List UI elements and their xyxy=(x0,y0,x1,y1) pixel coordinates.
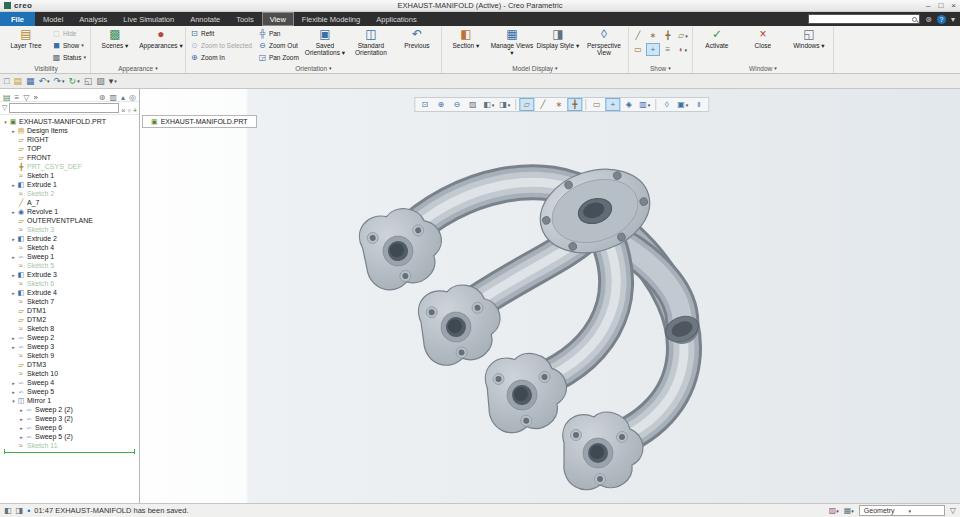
appearance-brush-button[interactable]: ▨▾ xyxy=(829,506,839,515)
zoom-in-button[interactable]: ⊕Zoom In xyxy=(188,51,254,63)
navigator-toggle-button[interactable]: ◧ xyxy=(4,506,12,515)
chevron-down-icon[interactable]: ▾ xyxy=(951,15,955,24)
tree-item-mirror-1[interactable]: ▾◫Mirror 1 xyxy=(0,396,139,405)
tree-search-input[interactable] xyxy=(9,103,119,113)
grid-snap-button[interactable]: ▦▾ xyxy=(844,506,854,515)
axis-display-toggle[interactable]: ╱ xyxy=(631,29,645,42)
view-manager-button[interactable]: ▥▾ xyxy=(637,98,652,111)
shading-with-edges-button[interactable]: ◧▾ xyxy=(481,98,496,111)
layer-tree-button[interactable]: ▤Layer Tree xyxy=(4,27,48,49)
expand-arrow-icon[interactable]: ▸ xyxy=(18,407,25,413)
standard-orientation-button[interactable]: ◫Standard Orientation xyxy=(349,27,393,57)
expand-arrow-icon[interactable]: ▸ xyxy=(18,416,25,422)
tab-tools[interactable]: Tools xyxy=(228,12,262,26)
tree-item-outerventplane[interactable]: ▱OUTERVENTPLANE xyxy=(0,216,139,225)
tab-model[interactable]: Model xyxy=(35,12,71,26)
tree-item-sweep-2[interactable]: ▸∽Sweep 2 xyxy=(0,333,139,342)
save-button[interactable]: ▦ xyxy=(26,76,35,86)
maximize-icon[interactable]: □ xyxy=(938,2,943,10)
tree-item-a-7[interactable]: ╱A_7 xyxy=(0,198,139,207)
expand-arrow-icon[interactable]: ▸ xyxy=(10,335,17,341)
saved-orientations-button[interactable]: ▣▾ xyxy=(675,98,690,111)
plane-display-button[interactable]: ▱ xyxy=(519,98,534,111)
section-button[interactable]: ◧Section ▾ xyxy=(444,27,488,49)
help-icon[interactable]: ? xyxy=(937,15,946,24)
status-button[interactable]: ▩Status▾ xyxy=(50,51,88,63)
selection-filter[interactable]: Geometry ▾ xyxy=(859,505,945,516)
point-display-toggle[interactable]: ∗ xyxy=(646,29,660,42)
expand-arrow-icon[interactable]: ▾ xyxy=(10,398,17,404)
activate-button[interactable]: ✓Activate xyxy=(695,27,739,49)
tree-item-sketch-11[interactable]: ≈Sketch 11 xyxy=(0,441,139,450)
tree-item-top[interactable]: ▱TOP xyxy=(0,144,139,153)
expand-arrow-icon[interactable]: ▸ xyxy=(10,236,17,242)
graphics-area[interactable]: ▣ EXHAUST-MANIFOLD.PRT ⊡⊕⊖▨◧▾◨▾▱╱∗╋▭+◈▥▾… xyxy=(140,89,960,503)
point-display-button[interactable]: ∗ xyxy=(551,98,566,111)
close-icon[interactable]: × xyxy=(951,2,956,10)
display-style-button[interactable]: ◨▾ xyxy=(497,98,512,111)
tree-item-sketch-7[interactable]: ≈Sketch 7 xyxy=(0,297,139,306)
3d-dragger-button[interactable]: ◈ xyxy=(621,98,636,111)
zoom-to-selected-button[interactable]: ⊙Zoom to Selected xyxy=(188,39,254,51)
tree-item-design-items[interactable]: ▸▤Design Items xyxy=(0,126,139,135)
gear-icon[interactable]: ⊛ xyxy=(925,15,932,24)
tree-item-revolve-1[interactable]: ▸◉Revolve 1 xyxy=(0,207,139,216)
tree-item-sketch-10[interactable]: ≈Sketch 10 xyxy=(0,369,139,378)
tree-item-extrude-1[interactable]: ▸◧Extrude 1 xyxy=(0,180,139,189)
plane-display-toggle[interactable]: ▱▾ xyxy=(676,29,690,42)
document-tab[interactable]: ▣ EXHAUST-MANIFOLD.PRT xyxy=(142,115,257,128)
tree-item-sweep-3-2[interactable]: ▸∽Sweep 3 (2) xyxy=(0,414,139,423)
tree-item-sketch-4[interactable]: ≈Sketch 4 xyxy=(0,243,139,252)
regenerate-button[interactable]: ↻▾ xyxy=(69,76,80,86)
pan-zoom-button[interactable]: ◲Pan Zoom xyxy=(256,51,301,63)
tab-applications[interactable]: Applications xyxy=(368,12,424,26)
tree-item-sweep-4[interactable]: ▸∽Sweep 4 xyxy=(0,378,139,387)
tree-item-sketch-5[interactable]: ≈Sketch 5 xyxy=(0,261,139,270)
perspective-button[interactable]: ◊ xyxy=(659,98,674,111)
tree-item-dtm1[interactable]: ▱DTM1 xyxy=(0,306,139,315)
tree-item-sweep-5[interactable]: ▸∽Sweep 5 xyxy=(0,387,139,396)
tree-item-sketch-1[interactable]: ≈Sketch 1 xyxy=(0,171,139,180)
spin-center-button[interactable]: + xyxy=(605,98,620,111)
tree-item-extrude-4[interactable]: ▸◧Extrude 4 xyxy=(0,288,139,297)
minimize-icon[interactable]: – xyxy=(926,2,930,10)
tree-item-sketch-6[interactable]: ≈Sketch 6 xyxy=(0,279,139,288)
tree-item-sketch-3[interactable]: ≈Sketch 3 xyxy=(0,225,139,234)
expand-arrow-icon[interactable]: ▸ xyxy=(10,209,17,215)
axis-display-button[interactable]: ╱ xyxy=(535,98,550,111)
repaint-button[interactable]: ▨ xyxy=(96,76,105,86)
expand-arrow-icon[interactable]: ▸ xyxy=(10,389,17,395)
tree-item-sketch-8[interactable]: ≈Sketch 8 xyxy=(0,324,139,333)
manage-views-button[interactable]: ▦Manage Views ▾ xyxy=(490,27,534,57)
tab-live-simulation[interactable]: Live Simulation xyxy=(115,12,182,26)
show-button[interactable]: ◼Show▾ xyxy=(50,39,88,51)
windows-button[interactable]: ◱Windows ▾ xyxy=(787,27,831,49)
insert-here-indicator[interactable] xyxy=(4,451,135,453)
tree-item-dtm3[interactable]: ▱DTM3 xyxy=(0,360,139,369)
refit-button[interactable]: ⊡ xyxy=(417,98,432,111)
tree-item-prt-csys-def[interactable]: ╋PRT_CSYS_DEF xyxy=(0,162,139,171)
tree-item-dtm2[interactable]: ▱DTM2 xyxy=(0,315,139,324)
appearances-button[interactable]: ●Appearances ▾ xyxy=(139,27,183,49)
spin-center-toggle[interactable]: + xyxy=(646,43,660,56)
tree-item-sweep-5-2[interactable]: ▸∽Sweep 5 (2) xyxy=(0,432,139,441)
tab-analysis[interactable]: Analysis xyxy=(71,12,115,26)
display-style-button[interactable]: ◨Display Style ▾ xyxy=(536,27,580,49)
tab-view[interactable]: View xyxy=(262,12,294,26)
tree-item-extrude-2[interactable]: ▸◧Extrude 2 xyxy=(0,234,139,243)
csys-display-toggle[interactable]: ╋ xyxy=(661,29,675,42)
pause-button[interactable]: ‖ xyxy=(691,98,706,111)
expand-arrow-icon[interactable]: ▸ xyxy=(10,290,17,296)
refit-button[interactable]: ⊡Refit xyxy=(188,27,254,39)
expand-arrow-icon[interactable]: ▾ xyxy=(2,119,9,125)
zoom-out-button[interactable]: ⊖ xyxy=(449,98,464,111)
colors-display-toggle[interactable]: ◐▾ xyxy=(676,43,690,56)
customize-button[interactable]: ▾▾ xyxy=(109,76,117,86)
tree-item-sweep-2-2[interactable]: ▸∽Sweep 2 (2) xyxy=(0,405,139,414)
perspective-view-button[interactable]: ◊Perspective View xyxy=(582,27,626,57)
notes-display-toggle[interactable]: ≡ xyxy=(661,43,675,56)
expand-arrow-icon[interactable]: ▸ xyxy=(10,254,17,260)
tree-item-exhaust-manifold-prt[interactable]: ▾▣EXHAUST-MANIFOLD.PRT xyxy=(0,117,139,126)
new-file-button[interactable]: □ xyxy=(4,76,9,86)
tree-item-front[interactable]: ▱FRONT xyxy=(0,153,139,162)
